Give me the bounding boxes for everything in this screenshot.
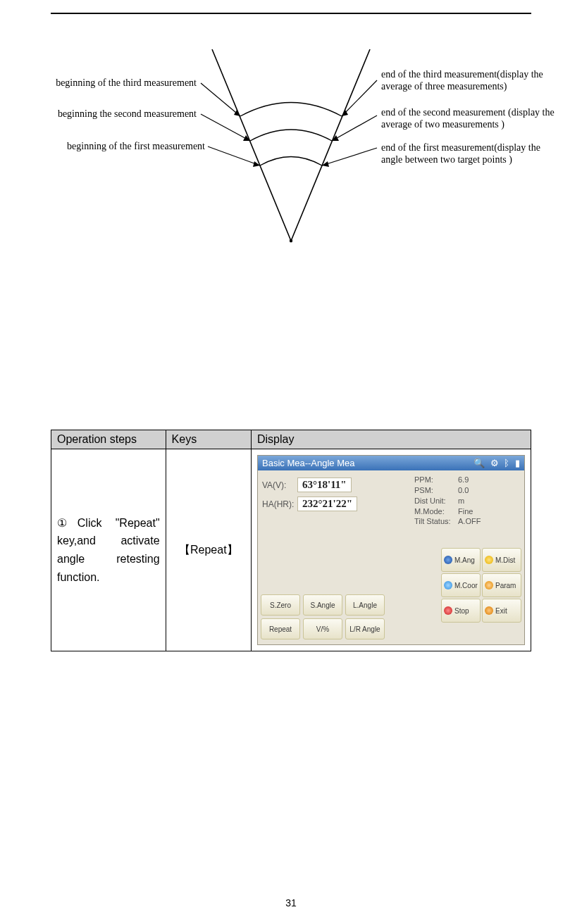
cell-display-1: Basic Mea--Angle Mea 🔍 ⚙ ᛒ ▮ VA(V): [252,449,531,651]
va-value: 63°18'11" [297,477,352,492]
tilt-label: Tilt Status: [414,516,458,527]
langle-button[interactable]: L.Angle [345,594,385,616]
th-display: Display [252,430,531,449]
ha-value: 232°21'22" [297,497,357,511]
fig-right-third: end of the third measurement(display the… [381,69,557,93]
page-number: 31 [0,897,582,909]
device-properties: PPM:6.9 PSM:0.0 Dist Unit:m M.Mode:Fine … [414,475,481,527]
svg-line-0 [212,49,291,241]
fig-right-second: end of the second measurement (display t… [381,107,557,131]
th-operation: Operation steps [51,430,166,449]
battery-icon: ▮ [515,458,520,468]
vpct-button[interactable]: V/% [303,618,342,639]
param-button[interactable]: Param [482,573,521,597]
mmode-value: Fine [458,507,473,516]
device-titlebar: Basic Mea--Angle Mea 🔍 ⚙ ᛒ ▮ [258,456,524,470]
svg-line-7 [208,146,260,166]
mcoor-label: M.Coor [454,582,478,589]
fig-left-first: beginning of the first measurement [67,141,205,152]
param-label: Param [495,582,516,589]
repeat-button[interactable]: Repeat [261,618,300,639]
sangle-button[interactable]: S.Angle [303,594,342,616]
steps-table: Operation steps Keys Display ①Click "Rep… [51,430,531,651]
measurement-diagram: beginning of the third measurement begin… [73,35,509,246]
exit-button[interactable]: Exit [482,599,521,623]
distunit-label: Dist Unit: [414,496,458,506]
ppm-value: 6.9 [458,475,469,484]
cell-keys-1: 【Repeat】 [166,449,251,651]
szero-button[interactable]: S.Zero [261,594,300,616]
top-rule [51,13,531,14]
svg-line-3 [201,83,240,116]
titlebar-icons: 🔍 ⚙ ᛒ ▮ [471,458,520,468]
svg-line-1 [291,49,370,241]
gear-icon: ⚙ [490,458,499,468]
bluetooth-icon: ᛒ [504,458,509,468]
ha-label: HA(HR): [262,499,297,509]
psm-value: 0.0 [458,486,469,494]
svg-line-5 [201,114,250,141]
fig-left-third: beginning of the third measurement [56,77,197,89]
stop-label: Stop [454,607,469,615]
distunit-value: m [458,497,464,505]
mcoor-button[interactable]: M.Coor [441,573,481,597]
svg-line-11 [332,116,377,141]
mang-label: M.Ang [454,556,475,564]
lrangle-button[interactable]: L/R Angle [345,618,385,639]
mdist-button[interactable]: M.Dist [482,548,521,572]
device-title: Basic Mea--Angle Mea [262,458,355,468]
device-screenshot: Basic Mea--Angle Mea 🔍 ⚙ ᛒ ▮ VA(V): [257,455,525,645]
cell-op-1: ①Click "Repeat" key,and activate angle r… [51,449,166,651]
fig-right-first: end of the first measurement(display the… [381,142,557,166]
svg-point-2 [290,239,292,242]
angle-readouts: VA(V): 63°18'11" HA(HR): 232°21'22" [262,477,357,516]
exit-label: Exit [495,607,507,615]
stop-button[interactable]: Stop [441,599,481,623]
search-icon: 🔍 [473,458,485,468]
psm-label: PSM: [414,485,458,496]
mdist-label: M.Dist [495,556,515,564]
th-keys: Keys [166,430,251,449]
fig-left-second: beginning the second measurement [58,108,197,120]
svg-line-9 [342,80,377,116]
ppm-label: PPM: [414,475,458,485]
svg-marker-4 [234,110,240,116]
va-label: VA(V): [262,480,297,490]
mang-button[interactable]: M.Ang [441,548,481,572]
mmode-label: M.Mode: [414,506,458,517]
svg-line-13 [322,148,377,166]
tilt-value: A.OFF [458,517,481,525]
